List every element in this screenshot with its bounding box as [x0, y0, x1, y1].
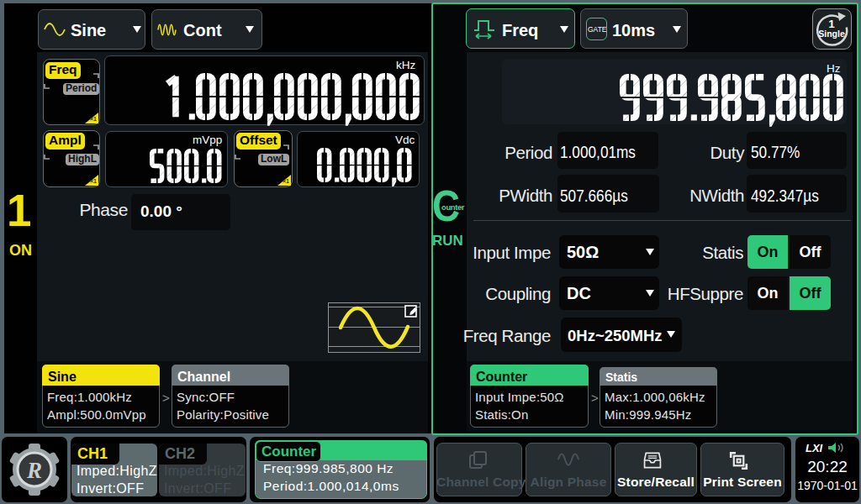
svg-text:R: R	[26, 458, 42, 483]
svg-text:Single: Single	[818, 29, 845, 39]
